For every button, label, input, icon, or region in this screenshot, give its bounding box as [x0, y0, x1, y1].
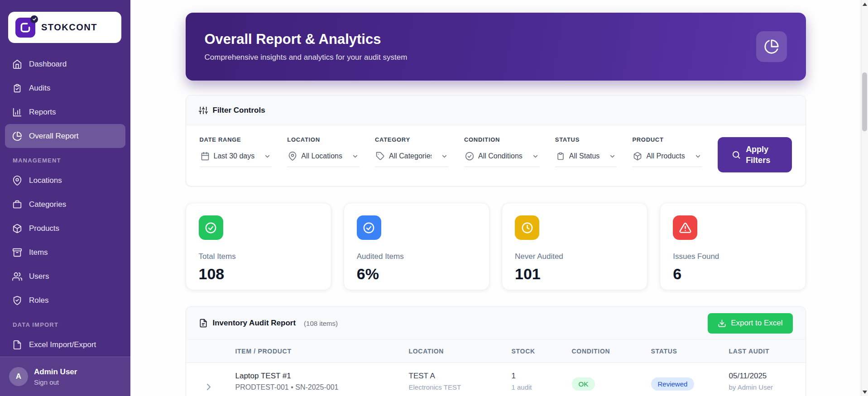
- users-icon: [12, 272, 22, 281]
- sidebar-item-categories[interactable]: Categories: [5, 192, 125, 216]
- chevron-down-icon: [609, 153, 616, 160]
- nav-label: Audits: [29, 84, 50, 93]
- calendar-icon: [201, 152, 210, 161]
- sidebar-item-locations[interactable]: Locations: [5, 168, 125, 192]
- condition-badge: OK: [572, 377, 595, 391]
- sidebar: STOKCONT Dashboard Audits Reports Overal…: [0, 0, 130, 396]
- nav-label: Users: [29, 272, 49, 281]
- stat-label: Issues Found: [673, 252, 792, 261]
- map-pin-icon: [288, 152, 297, 161]
- column-header-location: LOCATION: [409, 348, 512, 355]
- nav-label: Excel Import/Export: [29, 340, 96, 349]
- clock-icon: [515, 215, 539, 240]
- status-cell: Reviewed: [651, 372, 729, 396]
- app-logo: STOKCONT: [8, 12, 121, 43]
- filter-label: STATUS: [555, 136, 617, 143]
- stat-value: 108: [199, 265, 318, 283]
- archive-box-icon: [12, 248, 22, 258]
- stat-card-audited-items: Audited Items 6%: [344, 203, 489, 290]
- table-row[interactable]: Laptop TEST #1 PRODTEST-001 • SN-2025-00…: [186, 363, 806, 396]
- filter-label: CONDITION: [464, 136, 540, 143]
- scrollbar-thumb[interactable]: [862, 72, 867, 131]
- nav-label: Roles: [29, 296, 48, 305]
- stat-label: Audited Items: [357, 252, 476, 261]
- briefcase-icon: [12, 200, 22, 210]
- item-name: Laptop TEST #1: [235, 372, 409, 381]
- page-title: Overall Report & Analytics: [205, 31, 408, 48]
- management-section-label: MANAGEMENT: [5, 148, 125, 168]
- status-badge: Reviewed: [651, 377, 695, 391]
- banner-text: Overall Report & Analytics Comprehensive…: [205, 31, 408, 62]
- inventory-report-card: Inventory Audit Report (108 items) Expor…: [186, 306, 806, 396]
- report-title: Inventory Audit Report: [213, 319, 296, 328]
- location-select[interactable]: All Locations: [287, 150, 360, 167]
- filter-value: All Categories: [389, 152, 432, 160]
- status-select[interactable]: All Status: [555, 150, 617, 167]
- search-icon: [732, 150, 741, 159]
- stat-card-never-audited: Never Audited 101: [502, 203, 647, 290]
- stokcont-logo-icon: [15, 18, 35, 38]
- data-import-section-label: DATA IMPORT: [5, 312, 125, 333]
- chevron-down-icon: [532, 153, 539, 160]
- content-container: Overall Report & Analytics Comprehensive…: [186, 13, 806, 396]
- last-audit-cell: 05/11/2025 by Admin User: [729, 372, 795, 396]
- sidebar-item-roles[interactable]: Roles: [5, 288, 125, 312]
- report-items-count: (108 items): [304, 320, 338, 327]
- sidebar-item-audits[interactable]: Audits: [5, 76, 125, 100]
- main-content: Overall Report & Analytics Comprehensive…: [130, 0, 861, 396]
- scroll-down-arrow-icon[interactable]: [861, 388, 868, 396]
- logo-text: STOKCONT: [41, 22, 97, 33]
- stat-card-total-items: Total Items 108: [186, 203, 331, 290]
- product-select[interactable]: All Products: [632, 150, 702, 167]
- stat-label: Never Audited: [515, 252, 634, 261]
- stat-label: Total Items: [199, 252, 318, 261]
- nav-label: Items: [29, 248, 48, 257]
- logo-check-badge-icon: [30, 15, 38, 23]
- sidebar-item-reports[interactable]: Reports: [5, 100, 125, 124]
- last-audit-by: by Admin User: [729, 383, 795, 391]
- sidebar-item-users[interactable]: Users: [5, 264, 125, 288]
- sidebar-item-dashboard[interactable]: Dashboard: [5, 52, 125, 76]
- filter-label: DATE RANGE: [200, 136, 272, 143]
- apply-filters-button[interactable]: Apply Filters: [718, 137, 792, 172]
- banner-pie-chart-icon: [756, 31, 787, 62]
- vertical-scrollbar[interactable]: [861, 0, 868, 396]
- chevron-down-icon: [352, 153, 359, 160]
- filter-controls-header: Filter Controls: [186, 95, 806, 125]
- filter-field-date-range: DATE RANGE Last 30 days: [200, 136, 272, 167]
- filter-controls-title: Filter Controls: [213, 106, 265, 115]
- sidebar-item-products[interactable]: Products: [5, 216, 125, 240]
- check-circle-icon: [357, 215, 381, 240]
- date-range-select[interactable]: Last 30 days: [200, 150, 272, 167]
- stat-value: 6%: [357, 265, 476, 283]
- condition-cell: OK: [572, 372, 651, 396]
- table-header-row: ITEM / PRODUCT LOCATION STOCK CONDITION …: [186, 340, 806, 363]
- bar-chart-icon: [12, 107, 22, 117]
- clipboard-check-icon: [12, 83, 22, 93]
- sidebar-item-excel-import-export[interactable]: Excel Import/Export: [5, 333, 125, 357]
- chevron-right-icon[interactable]: [203, 382, 214, 392]
- export-to-excel-button[interactable]: Export to Excel: [708, 313, 792, 334]
- map-pin-icon: [12, 176, 22, 186]
- location-name: TEST A: [409, 372, 512, 381]
- stat-value: 101: [515, 265, 634, 283]
- condition-select[interactable]: All Conditions: [464, 150, 540, 167]
- sign-out-link[interactable]: Sign out: [34, 378, 77, 386]
- check-circle-icon: [199, 215, 223, 240]
- filters-body: DATE RANGE Last 30 days LOCATION All Loc…: [186, 125, 806, 186]
- category-select[interactable]: All Categories: [375, 150, 449, 167]
- file-text-icon: [199, 319, 208, 328]
- nav-label: Locations: [29, 176, 62, 185]
- item-product-cell: Laptop TEST #1 PRODTEST-001 • SN-2025-00…: [235, 372, 409, 396]
- sidebar-item-overall-report[interactable]: Overall Report: [5, 124, 125, 148]
- page-subtitle: Comprehensive insights and analytics for…: [205, 53, 408, 62]
- scroll-up-arrow-icon[interactable]: [861, 0, 868, 8]
- avatar: A: [9, 367, 28, 386]
- filter-value: All Locations: [301, 152, 342, 160]
- filter-field-location: LOCATION All Locations: [287, 136, 360, 167]
- filter-field-condition: CONDITION All Conditions: [464, 136, 540, 167]
- sidebar-item-items[interactable]: Items: [5, 240, 125, 264]
- box-icon: [12, 224, 22, 234]
- export-label: Export to Excel: [731, 319, 782, 328]
- nav-label: Reports: [29, 108, 56, 117]
